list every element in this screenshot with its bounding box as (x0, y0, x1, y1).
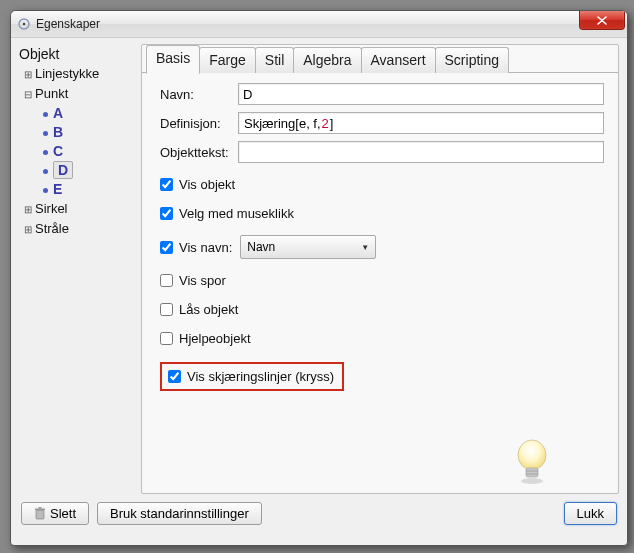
label-vis-objekt: Vis objekt (179, 177, 235, 192)
checkbox-hjelpeobjekt[interactable] (160, 332, 173, 345)
tree-node-sirkel[interactable]: ⊞Sirkel (23, 199, 137, 219)
tab-scripting[interactable]: Scripting (435, 47, 509, 73)
tree-point-e[interactable]: E (33, 180, 137, 199)
label-objekttekst: Objekttekst: (160, 145, 238, 160)
label-vis-skjaering: Vis skjæringslinjer (kryss) (187, 369, 334, 384)
checkbox-las-objekt[interactable] (160, 303, 173, 316)
tree-node-strale[interactable]: ⊞Stråle (23, 219, 137, 239)
point-icon (43, 169, 48, 174)
tab-algebra[interactable]: Algebra (293, 47, 361, 73)
label-vis-navn: Vis navn: (179, 240, 232, 255)
label-navn: Navn: (160, 87, 238, 102)
tab-farge[interactable]: Farge (199, 47, 256, 73)
close-dialog-button[interactable]: Lukk (564, 502, 617, 525)
highlighted-option: Vis skjæringslinjer (kryss) (160, 362, 344, 391)
delete-button[interactable]: Slett (21, 502, 89, 525)
input-definisjon[interactable]: Skjæring[e, f, 2] (238, 112, 604, 134)
svg-point-6 (521, 478, 543, 484)
svg-point-1 (23, 23, 26, 26)
app-icon (17, 17, 31, 31)
window-title: Egenskaper (36, 17, 100, 31)
point-icon (43, 188, 48, 193)
label-velg-museklikk: Velg med museklikk (179, 206, 294, 221)
close-icon (597, 16, 607, 25)
defaults-button[interactable]: Bruk standarinnstillinger (97, 502, 262, 525)
svg-rect-7 (36, 510, 44, 519)
select-vis-navn[interactable]: Navn (240, 235, 376, 259)
tabs-panel: Basis Farge Stil Algebra Avansert Script… (141, 44, 619, 494)
label-hjelpeobjekt: Hjelpeobjekt (179, 331, 251, 346)
tree-point-a[interactable]: A (33, 104, 137, 123)
tab-avansert[interactable]: Avansert (361, 47, 436, 73)
trash-icon (34, 507, 46, 521)
checkbox-vis-objekt[interactable] (160, 178, 173, 191)
tree-point-b[interactable]: B (33, 123, 137, 142)
collapse-icon[interactable]: ⊟ (23, 85, 33, 104)
checkbox-vis-skjaering[interactable] (168, 370, 181, 383)
svg-point-2 (518, 440, 546, 470)
expand-icon[interactable]: ⊞ (23, 220, 33, 239)
tree-node-linjestykke[interactable]: ⊞Linjestykke (23, 64, 137, 84)
checkbox-velg-museklikk[interactable] (160, 207, 173, 220)
point-icon (43, 112, 48, 117)
input-navn[interactable] (238, 83, 604, 105)
object-tree[interactable]: ⊞Linjestykke ⊟Punkt A B C D E ⊞Sirke (19, 64, 137, 239)
tab-content-basis: Navn: Definisjon: Skjæring[e, f, 2] Obje… (142, 72, 618, 401)
tree-node-punkt[interactable]: ⊟Punkt A B C D E (23, 84, 137, 199)
svg-rect-3 (526, 468, 538, 477)
tab-bar: Basis Farge Stil Algebra Avansert Script… (146, 44, 618, 70)
checkbox-vis-spor[interactable] (160, 274, 173, 287)
tree-point-d[interactable]: D (33, 161, 137, 180)
point-icon (43, 131, 48, 136)
tab-basis[interactable]: Basis (146, 45, 200, 74)
label-definisjon: Definisjon: (160, 116, 238, 131)
tab-stil[interactable]: Stil (255, 47, 294, 73)
label-las-objekt: Lås objekt (179, 302, 238, 317)
svg-rect-8 (35, 508, 45, 510)
label-vis-spor: Vis spor (179, 273, 226, 288)
point-icon (43, 150, 48, 155)
input-objekttekst[interactable] (238, 141, 604, 163)
properties-window: Egenskaper Objekt ⊞Linjestykke ⊟Punkt A (10, 10, 628, 546)
tree-heading: Objekt (19, 46, 137, 62)
hint-bulb-icon (512, 437, 552, 487)
titlebar[interactable]: Egenskaper (11, 11, 627, 38)
object-tree-panel: Objekt ⊞Linjestykke ⊟Punkt A B C D E (19, 44, 137, 494)
svg-rect-9 (39, 507, 42, 509)
bottom-button-bar: Slett Bruk standarinnstillinger Lukk (11, 498, 627, 529)
checkbox-vis-navn[interactable] (160, 241, 173, 254)
tree-point-c[interactable]: C (33, 142, 137, 161)
expand-icon[interactable]: ⊞ (23, 65, 33, 84)
expand-icon[interactable]: ⊞ (23, 200, 33, 219)
close-button[interactable] (579, 11, 625, 30)
